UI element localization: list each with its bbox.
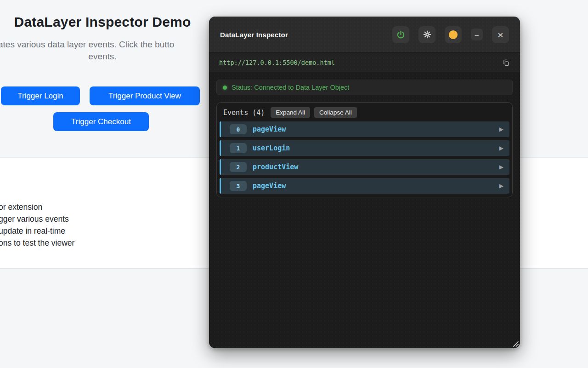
page-subtitle-line2: events. — [88, 52, 116, 62]
connection-status: Status: Connected to Data Layer Object — [216, 80, 513, 95]
page-subtitle-line1: ates various data layer events. Click th… — [0, 40, 174, 50]
instruction-line: ons to test the viewer — [0, 238, 74, 248]
panel-title: DataLayer Inspector — [220, 31, 288, 39]
event-index-badge: 2 — [230, 162, 247, 172]
resize-grip-icon — [511, 339, 519, 347]
minimize-icon: – — [475, 31, 479, 38]
minimize-button[interactable]: – — [471, 29, 483, 40]
expand-arrow-icon[interactable]: ▶ — [499, 145, 503, 151]
instruction-line: gger various events — [0, 214, 69, 224]
gear-icon — [423, 30, 432, 39]
theme-toggle-button[interactable] — [445, 26, 462, 43]
trigger-checkout-button[interactable]: Trigger Checkout — [53, 112, 149, 131]
event-name: productView — [253, 163, 298, 171]
event-name: userLogin — [253, 144, 290, 152]
events-count-label: Events (4) — [223, 109, 265, 117]
events-header: Events (4) Expand All Collapse All — [217, 103, 512, 121]
event-name: pageView — [253, 182, 286, 190]
event-index-badge: 0 — [230, 124, 247, 134]
panel-header-buttons: – × — [392, 26, 509, 43]
trigger-product-view-button[interactable]: Trigger Product View — [90, 86, 200, 105]
collapse-all-button[interactable]: Collapse All — [314, 107, 357, 118]
trigger-login-button[interactable]: Trigger Login — [1, 86, 80, 105]
event-row[interactable]: 2 productView ▶ — [220, 159, 509, 175]
expand-all-button[interactable]: Expand All — [271, 107, 310, 118]
status-dot-icon — [223, 86, 227, 90]
page-title: DataLayer Inspector Demo — [14, 14, 191, 30]
datalayer-inspector-panel: DataLayer Inspector — [209, 17, 520, 348]
copy-url-button[interactable] — [502, 59, 510, 67]
power-toggle-button[interactable] — [392, 26, 409, 43]
status-text: Status: Connected to Data Layer Object — [232, 84, 349, 91]
events-container: Events (4) Expand All Collapse All 0 pag… — [216, 102, 513, 197]
panel-header[interactable]: DataLayer Inspector — [209, 17, 520, 52]
expand-arrow-icon[interactable]: ▶ — [499, 164, 503, 170]
resize-handle[interactable] — [511, 339, 519, 347]
close-button[interactable]: × — [492, 26, 509, 43]
event-row[interactable]: 0 pageView ▶ — [220, 121, 509, 137]
event-index-badge: 3 — [230, 181, 247, 191]
event-index-badge: 1 — [230, 143, 247, 153]
expand-arrow-icon[interactable]: ▶ — [499, 126, 503, 132]
expand-arrow-icon[interactable]: ▶ — [499, 183, 503, 189]
settings-button[interactable] — [418, 26, 435, 43]
sun-icon — [449, 30, 458, 39]
event-row[interactable]: 1 userLogin ▶ — [220, 140, 509, 156]
page-url: http://127.0.0.1:5500/demo.html — [219, 59, 335, 66]
url-bar: http://127.0.0.1:5500/demo.html — [209, 52, 520, 72]
copy-icon — [502, 59, 510, 67]
event-name: pageView — [253, 125, 286, 133]
panel-body: Status: Connected to Data Layer Object E… — [209, 72, 520, 348]
power-icon — [396, 30, 406, 40]
events-list: 0 pageView ▶ 1 userLogin ▶ 2 productView… — [217, 121, 512, 197]
instruction-line: update in real-time — [0, 226, 65, 236]
close-icon: × — [498, 30, 503, 40]
event-row[interactable]: 3 pageView ▶ — [220, 178, 509, 194]
instruction-line: or extension — [0, 202, 42, 212]
